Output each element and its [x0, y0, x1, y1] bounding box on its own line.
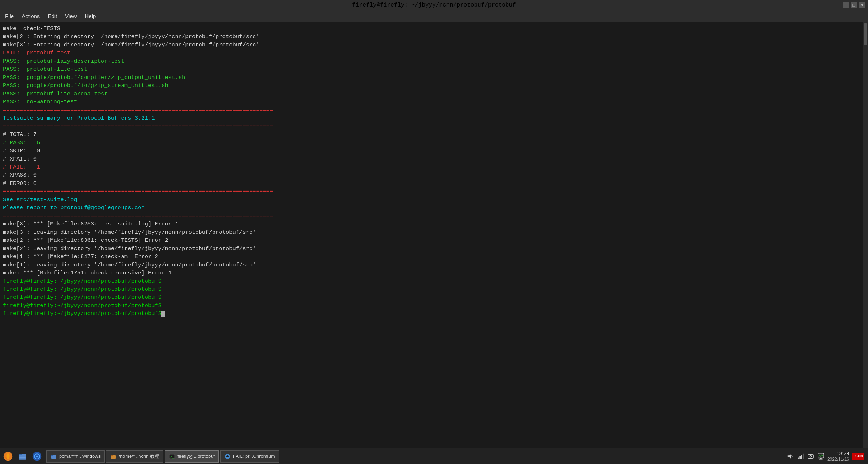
terminal-line: make[1]: Leaving directory '/home/firefl…: [3, 261, 865, 269]
home-folder-label: /home/f...ncnn 教程: [119, 453, 159, 460]
terminal-line: PASS: protobuf-lite-test: [3, 65, 865, 73]
terminal-line: ========================================…: [3, 212, 865, 220]
svg-rect-20: [803, 453, 804, 459]
terminal-line: # PASS: 6: [3, 139, 865, 147]
terminal-line: ========================================…: [3, 106, 865, 114]
taskbar: pcmanfm...windows/home/f...ncnn 教程>_fire…: [0, 448, 868, 464]
svg-text:>_: >_: [170, 455, 174, 459]
terminal-line: PASS: protobuf-lite-arena-test: [3, 90, 865, 98]
svg-rect-24: [820, 458, 822, 459]
terminal-line: # XFAIL: 0: [3, 155, 865, 163]
svg-marker-16: [788, 454, 791, 459]
pcmanfm-icon: [50, 453, 57, 460]
home-folder-icon: [110, 453, 116, 460]
speaker-icon[interactable]: [787, 453, 794, 460]
menu-item-edit[interactable]: Edit: [44, 12, 61, 21]
svg-point-7: [36, 455, 38, 457]
terminal-line: # ERROR: 0: [3, 179, 865, 187]
taskbar-btn-home-folder[interactable]: /home/f...ncnn 教程: [106, 450, 163, 463]
terminal-line: Please report to protobuf@googlegroups.c…: [3, 204, 865, 212]
svg-rect-9: [51, 455, 53, 456]
terminal-line: FAIL: protobuf-test: [3, 49, 865, 57]
taskbar-buttons: pcmanfm...windows/home/f...ncnn 教程>_fire…: [46, 450, 279, 463]
terminal-line: ========================================…: [3, 187, 865, 195]
csdn-icon[interactable]: CSDN: [852, 453, 864, 460]
terminal-line: firefly@firefly:~/jbyyy/ncnn/protobuf/pr…: [3, 302, 865, 310]
terminal-line: make: *** [Makefile:1751: check-recursiv…: [3, 269, 865, 277]
chromium-icon: [224, 453, 231, 460]
svg-rect-25: [819, 459, 822, 459]
svg-rect-19: [801, 455, 802, 459]
svg-rect-3: [19, 456, 26, 456]
terminal-line: make[3]: Leaving directory '/home/firefl…: [3, 228, 865, 236]
svg-rect-11: [111, 455, 113, 456]
svg-rect-2: [19, 454, 23, 455]
screenshot-icon[interactable]: [807, 453, 814, 460]
terminal-line: ========================================…: [3, 123, 865, 130]
close-button[interactable]: ✕: [859, 2, 865, 8]
terminal-line: PASS: protobuf-lazy-descriptor-test: [3, 57, 865, 65]
terminal-line: firefly@firefly:~/jbyyy/ncnn/protobuf/pr…: [3, 277, 865, 285]
datetime-display: 13:29 2022/11/16: [827, 450, 849, 463]
menu-item-actions[interactable]: Actions: [18, 12, 43, 21]
svg-point-15: [226, 455, 229, 457]
titlebar-controls: − □ ✕: [843, 2, 865, 8]
menu-item-view[interactable]: View: [61, 12, 80, 21]
terminal-line: Testsuite summary for Protocol Buffers 3…: [3, 114, 865, 122]
terminal-icon: >_: [169, 453, 175, 460]
terminal-line: # XPASS: 0: [3, 171, 865, 179]
taskbar-btn-terminal[interactable]: >_firefly@...protobuf: [165, 450, 219, 463]
terminal-line: make[2]: *** [Makefile:8361: check-TESTS…: [3, 236, 865, 244]
terminal-label: firefly@...protobuf: [177, 453, 215, 459]
terminal-line: make[3]: Entering directory '/home/firef…: [3, 41, 865, 49]
scrollbar-thumb[interactable]: [864, 23, 867, 45]
svg-point-22: [810, 455, 811, 457]
maximize-button[interactable]: □: [851, 2, 857, 8]
taskbar-btn-chromium[interactable]: FAIL: pr...Chromium: [220, 450, 279, 463]
menu-item-help[interactable]: Help: [81, 12, 99, 21]
app-launcher-icon[interactable]: [1, 450, 15, 463]
scrollbar[interactable]: [863, 22, 868, 448]
terminal-line: make[3]: *** [Makefile:8253: test-suite.…: [3, 220, 865, 228]
pcmanfm-label: pcmanfm...windows: [59, 453, 101, 459]
terminal-line: make[2]: Entering directory '/home/firef…: [3, 33, 865, 41]
terminal-line: firefly@firefly:~/jbyyy/ncnn/protobuf/pr…: [3, 293, 865, 301]
terminal-line: # FAIL: 1: [3, 163, 865, 171]
taskbar-btn-pcmanfm[interactable]: pcmanfm...windows: [46, 450, 105, 463]
terminal-line: # TOTAL: 7: [3, 130, 865, 138]
svg-rect-21: [808, 454, 813, 458]
terminal-line: PASS: google/protobuf/compiler/zip_outpu…: [3, 74, 865, 82]
svg-rect-18: [799, 456, 801, 459]
network-icon[interactable]: [797, 453, 804, 460]
menubar: FileActionsEditViewHelp: [0, 10, 868, 22]
terminal-line: firefly@firefly:~/jbyyy/ncnn/protobuf/pr…: [3, 285, 865, 293]
terminal-line: make[1]: *** [Makefile:8477: check-am] E…: [3, 253, 865, 261]
browser-icon[interactable]: [30, 450, 44, 463]
time-display: 13:29: [827, 450, 849, 457]
terminal-line: PASS: no-warning-test: [3, 98, 865, 106]
taskbar-right: 13:29 2022/11/16 CSDN: [787, 450, 867, 463]
terminal-line: make[2]: Leaving directory '/home/firefl…: [3, 245, 865, 253]
menu-item-file[interactable]: File: [1, 12, 17, 21]
svg-rect-17: [798, 457, 799, 459]
terminal[interactable]: make check-TESTSmake[2]: Entering direct…: [0, 22, 868, 448]
chromium-label: FAIL: pr...Chromium: [233, 453, 275, 459]
terminal-line: make check-TESTS: [3, 25, 865, 33]
terminal-line: firefly@firefly:~/jbyyy/ncnn/protobuf/pr…: [3, 310, 865, 318]
titlebar-title: firefly@firefly: ~/jbyyy/ncnn/protobuf/p…: [352, 2, 516, 8]
terminal-line: See src/test-suite.log: [3, 196, 865, 204]
svg-rect-4: [19, 457, 26, 457]
minimize-button[interactable]: −: [843, 2, 849, 8]
terminal-line: # SKIP: 0: [3, 147, 865, 155]
terminal-line: PASS: google/protobuf/io/gzip_stream_uni…: [3, 82, 865, 90]
titlebar: firefly@firefly: ~/jbyyy/ncnn/protobuf/p…: [0, 0, 868, 10]
sysmon-icon[interactable]: [817, 453, 824, 460]
date-display: 2022/11/16: [827, 457, 849, 463]
files-icon[interactable]: [16, 450, 29, 463]
